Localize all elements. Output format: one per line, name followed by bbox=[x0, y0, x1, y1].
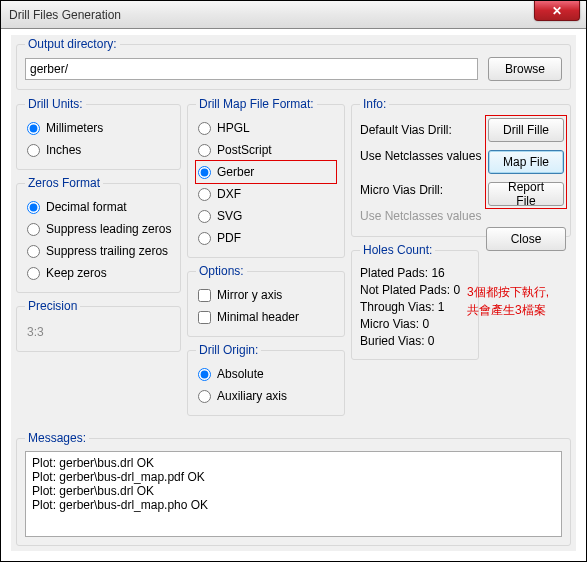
radio-svg[interactable]: SVG bbox=[196, 205, 336, 227]
zeros-format-group: Zeros Format Decimal format Suppress lea… bbox=[16, 176, 181, 293]
client-area: Output directory: Browse Drill Units: Mi… bbox=[11, 35, 576, 551]
output-directory-group: Output directory: Browse bbox=[16, 37, 571, 90]
holes-notplated: Not Plated Pads: 0 bbox=[360, 283, 470, 297]
use-netclasses-disabled-label: Use Netclasses values bbox=[360, 209, 481, 223]
options-legend: Options: bbox=[196, 264, 247, 278]
annotation-line1: 3個都按下執行, bbox=[467, 285, 549, 299]
titlebar: Drill Files Generation ✕ bbox=[1, 1, 586, 29]
radio-decimal-format[interactable]: Decimal format bbox=[25, 196, 172, 218]
precision-value: 3:3 bbox=[25, 319, 172, 343]
holes-count-group: Holes Count: Plated Pads: 16 Not Plated … bbox=[351, 243, 479, 360]
radio-pdf[interactable]: PDF bbox=[196, 227, 336, 249]
precision-group: Precision 3:3 bbox=[16, 299, 181, 352]
radio-millimeters-input[interactable] bbox=[27, 122, 40, 135]
window-close-button[interactable]: ✕ bbox=[534, 1, 580, 21]
radio-hpgl[interactable]: HPGL bbox=[196, 117, 336, 139]
output-directory-input[interactable] bbox=[25, 58, 478, 80]
drill-origin-legend: Drill Origin: bbox=[196, 343, 261, 357]
close-icon: ✕ bbox=[552, 4, 562, 18]
radio-dxf[interactable]: DXF bbox=[196, 183, 336, 205]
radio-inches-input[interactable] bbox=[27, 144, 40, 157]
drill-origin-group: Drill Origin: Absolute Auxiliary axis bbox=[187, 343, 345, 416]
radio-inches[interactable]: Inches bbox=[25, 139, 172, 161]
messages-legend: Messages: bbox=[25, 431, 89, 445]
info-group: Info: Default Vias Drill: Use Netclasses… bbox=[351, 97, 571, 237]
close-button[interactable]: Close bbox=[486, 227, 566, 251]
radio-suppress-leading[interactable]: Suppress leading zeros bbox=[25, 218, 172, 240]
radio-suppress-trailing[interactable]: Suppress trailing zeros bbox=[25, 240, 172, 262]
drill-file-button[interactable]: Drill Fille bbox=[488, 118, 564, 142]
use-netclasses-label: Use Netclasses values bbox=[360, 149, 481, 163]
radio-postscript[interactable]: PostScript bbox=[196, 139, 336, 161]
output-directory-legend: Output directory: bbox=[25, 37, 120, 51]
radio-gerber[interactable]: Gerber bbox=[196, 161, 336, 183]
drill-units-group: Drill Units: Millimeters Inches bbox=[16, 97, 181, 170]
options-group: Options: Mirror y axis Minimal header bbox=[187, 264, 345, 337]
messages-textarea[interactable]: Plot: gerber\bus.drl OK Plot: gerber\bus… bbox=[25, 451, 562, 537]
radio-millimeters[interactable]: Millimeters bbox=[25, 117, 172, 139]
micro-vias-label: Micro Vias Drill: bbox=[360, 183, 443, 197]
radio-keep-zeros[interactable]: Keep zeros bbox=[25, 262, 172, 284]
radio-millimeters-label: Millimeters bbox=[46, 121, 103, 135]
drill-map-format-legend: Drill Map File Format: bbox=[196, 97, 317, 111]
drill-map-format-group: Drill Map File Format: HPGL PostScript G… bbox=[187, 97, 345, 258]
check-mirror-y[interactable]: Mirror y axis bbox=[196, 284, 336, 306]
holes-through: Through Vias: 1 bbox=[360, 300, 470, 314]
check-minimal-header[interactable]: Minimal header bbox=[196, 306, 336, 328]
window-title: Drill Files Generation bbox=[9, 8, 121, 22]
browse-button[interactable]: Browse bbox=[488, 57, 562, 81]
dialog-window: Drill Files Generation ✕ Output director… bbox=[0, 0, 587, 562]
holes-plated: Plated Pads: 16 bbox=[360, 266, 470, 280]
zeros-format-legend: Zeros Format bbox=[25, 176, 103, 190]
annotation-text: 3個都按下執行, 共會產生3檔案 bbox=[467, 283, 567, 319]
drill-units-legend: Drill Units: bbox=[25, 97, 86, 111]
annotation-line2: 共會產生3檔案 bbox=[467, 303, 546, 317]
default-vias-label: Default Vias Drill: bbox=[360, 123, 452, 137]
radio-inches-label: Inches bbox=[46, 143, 81, 157]
map-file-button[interactable]: Map File bbox=[488, 150, 564, 174]
messages-group: Messages: Plot: gerber\bus.drl OK Plot: … bbox=[16, 431, 571, 546]
radio-absolute[interactable]: Absolute bbox=[196, 363, 336, 385]
radio-auxiliary-axis[interactable]: Auxiliary axis bbox=[196, 385, 336, 407]
holes-buried: Buried Vias: 0 bbox=[360, 334, 470, 348]
info-legend: Info: bbox=[360, 97, 389, 111]
holes-count-legend: Holes Count: bbox=[360, 243, 435, 257]
precision-legend: Precision bbox=[25, 299, 80, 313]
holes-micro: Micro Vias: 0 bbox=[360, 317, 470, 331]
report-file-button[interactable]: Report File bbox=[488, 182, 564, 206]
